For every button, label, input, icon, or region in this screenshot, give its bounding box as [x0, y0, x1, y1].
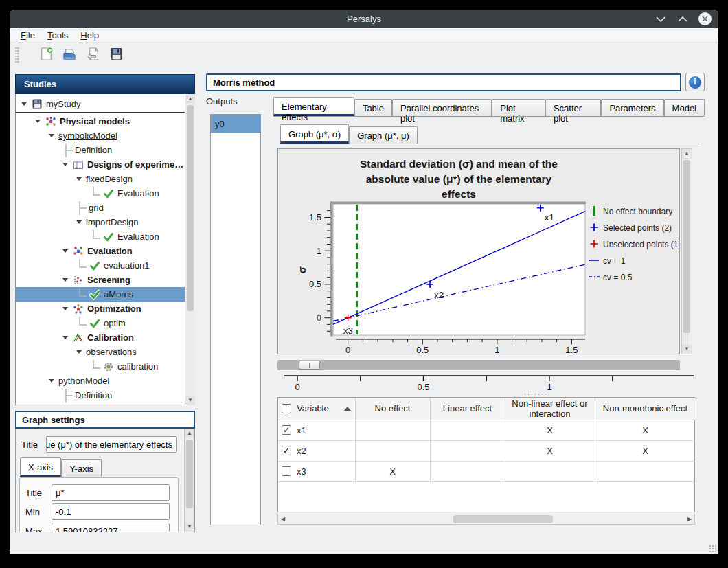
menu-file[interactable]: File	[21, 30, 35, 41]
analysis-name-field[interactable]: Morris method	[206, 73, 681, 91]
tree-scrollbar[interactable]: ▲ ▼	[185, 94, 195, 405]
range-slider[interactable]	[277, 360, 680, 370]
table-row-x1[interactable]: ✓x1XX	[278, 420, 696, 440]
expand-arrow-icon[interactable]	[49, 379, 54, 383]
expand-arrow-icon[interactable]	[62, 163, 68, 166]
resize-grip[interactable]	[709, 545, 716, 552]
minimize-button[interactable]	[655, 13, 667, 25]
tree-item-myStudy[interactable]: myStudy	[16, 95, 194, 113]
splitter-handle[interactable]	[523, 393, 551, 396]
tree-item-Evaluation[interactable]: Evaluation	[16, 186, 194, 201]
tree-item-fixedDesign[interactable]: fixedDesign	[16, 172, 194, 186]
tab-Model[interactable]: Model	[664, 99, 705, 116]
scroll-down-icon[interactable]: ▼	[682, 344, 692, 354]
graph-title-input[interactable]: value (μ*) of the elementary effects	[46, 436, 177, 453]
screening-icon	[72, 275, 84, 286]
tree-scrollbar-thumb[interactable]	[187, 105, 194, 311]
tree-item-Definition[interactable]: Definition	[16, 143, 194, 157]
column-header-linear-effect[interactable]: Linear effect	[430, 398, 505, 420]
tree-item-evaluation1[interactable]: evaluation1	[16, 258, 194, 273]
save-button[interactable]	[107, 46, 125, 64]
menu-help[interactable]: Help	[80, 30, 99, 41]
column-header-no-effect[interactable]: No effect	[355, 398, 430, 420]
tree-item-Evaluation[interactable]: Evaluation	[16, 244, 194, 258]
column-header-non-monotonic-effect[interactable]: Non-monotonic effect	[595, 398, 696, 420]
menu-tools[interactable]: Tools	[47, 30, 68, 41]
output-item-y0[interactable]: y0	[211, 115, 260, 133]
import-script-button[interactable]	[84, 46, 102, 64]
tree-item-Physical-models[interactable]: Physical models	[16, 114, 194, 128]
x-axis-max-input[interactable]: 1.59010832227	[52, 523, 170, 532]
row-checkbox[interactable]: ✓	[282, 446, 291, 455]
sort-ascending-icon[interactable]	[344, 407, 351, 411]
expand-arrow-icon[interactable]	[76, 220, 82, 224]
tree-item-grid[interactable]: grid	[16, 201, 194, 215]
expand-arrow-icon[interactable]	[62, 336, 68, 339]
x-axis-min-input[interactable]: -0.1	[52, 503, 170, 520]
titlebar[interactable]: Persalys	[10, 10, 718, 28]
expand-arrow-icon[interactable]	[49, 134, 54, 137]
table-row-x3[interactable]: x3X	[278, 461, 696, 481]
row-checkbox[interactable]	[282, 466, 291, 476]
tree-item-observations[interactable]: observations	[16, 345, 194, 359]
chart-scrollbar[interactable]: ▲ ▼	[681, 148, 692, 354]
scroll-up-icon[interactable]: ▲	[185, 429, 194, 438]
expand-arrow-icon[interactable]	[62, 278, 68, 282]
tab-Parallel-coordinates-plot[interactable]: Parallel coordinates plot	[392, 99, 492, 116]
open-folder-button[interactable]	[60, 46, 78, 64]
expand-arrow-icon[interactable]	[62, 307, 68, 310]
tab-Plot-matrix[interactable]: Plot matrix	[492, 99, 545, 116]
tree-item-aMorris[interactable]: aMorris	[16, 287, 194, 302]
scroll-down-icon[interactable]: ▼	[185, 396, 195, 405]
tab-Scatter-plot[interactable]: Scatter plot	[545, 99, 601, 116]
range-slider-handle[interactable]	[299, 361, 320, 370]
tree-item-Optimization[interactable]: Optimization	[16, 302, 194, 316]
expand-arrow-icon[interactable]	[76, 177, 82, 181]
tree-item-Designs-of-experime-[interactable]: Designs of experime…	[16, 157, 194, 172]
expand-arrow-icon[interactable]	[21, 102, 27, 106]
tree-item-Designs-of-experime-[interactable]: Designs of experime…	[16, 402, 194, 405]
select-all-checkbox[interactable]	[282, 404, 291, 413]
axis-tab-Y-axis[interactable]: Y-axis	[61, 459, 102, 477]
tree-item-Screening[interactable]: Screening	[16, 273, 194, 287]
expand-arrow-icon[interactable]	[76, 350, 82, 354]
table-hscrollbar[interactable]: ◀ ▶	[277, 514, 695, 525]
scroll-right-icon[interactable]: ▶	[685, 514, 694, 524]
scroll-left-icon[interactable]: ◀	[278, 514, 288, 524]
expand-arrow-icon[interactable]	[35, 120, 41, 123]
new-document-button[interactable]	[37, 46, 55, 64]
tree-item-Calibration[interactable]: Calibration	[16, 330, 194, 345]
tree-item-symbolicModel[interactable]: symbolicModel	[16, 128, 194, 143]
tree-item-importDesign[interactable]: importDesign	[16, 215, 194, 229]
scroll-up-icon[interactable]: ▲	[185, 94, 195, 104]
axis-tab-X-axis[interactable]: X-axis	[20, 457, 61, 477]
column-header-non-linear-effect-or-interaction[interactable]: Non-linear effect or interaction	[505, 398, 595, 420]
chart-scrollbar-thumb[interactable]	[683, 160, 690, 333]
subtab-Graph-[interactable]: Graph (μ*, σ)	[280, 124, 349, 144]
tab-Parameters[interactable]: Parameters	[601, 99, 663, 116]
tree-item-Evaluation[interactable]: Evaluation	[16, 229, 194, 244]
close-button[interactable]	[698, 12, 712, 25]
tab-Elementary-effects[interactable]: Elementary effects	[273, 97, 354, 116]
graph-settings-scrollbar-thumb[interactable]	[186, 440, 193, 508]
tree-item-optim[interactable]: optim	[16, 316, 194, 330]
maximize-button[interactable]	[676, 13, 689, 25]
x-axis-title-input[interactable]: μ*	[52, 484, 170, 501]
check-icon	[102, 188, 115, 199]
expand-arrow-icon[interactable]	[62, 249, 68, 253]
tree-item-calibration[interactable]: calibration	[16, 359, 194, 374]
table-hscrollbar-thumb[interactable]	[453, 515, 553, 523]
toolbar-drag-handle[interactable]	[15, 47, 19, 63]
table-row-x2[interactable]: ✓x2XX	[278, 440, 696, 461]
tree-item-Definition[interactable]: Definition	[16, 388, 194, 402]
info-button[interactable]: i	[685, 73, 705, 91]
tree-item-pythonModel[interactable]: pythonModel	[16, 374, 194, 388]
graph-settings-scrollbar[interactable]: ▲ ▼	[184, 429, 194, 532]
subtab-Graph-[interactable]: Graph (μ*, μ)	[349, 126, 418, 144]
column-header-variable[interactable]: Variable	[278, 398, 355, 420]
scroll-down-icon[interactable]: ▼	[185, 522, 194, 532]
tab-Table[interactable]: Table	[354, 99, 392, 116]
scroll-up-icon[interactable]: ▲	[682, 149, 692, 159]
row-checkbox[interactable]: ✓	[282, 425, 291, 435]
tree-item-label: Evaluation	[117, 231, 159, 242]
